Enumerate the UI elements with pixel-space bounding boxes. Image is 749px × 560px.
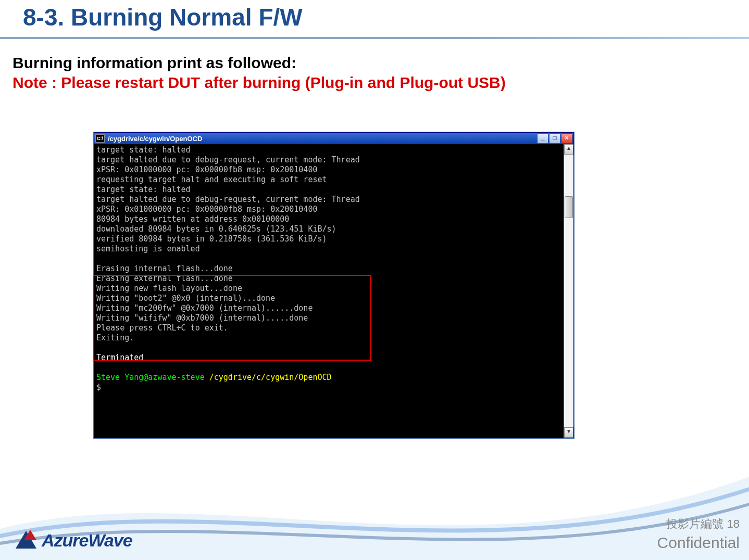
body-line: Burning information print as followed: bbox=[13, 53, 296, 73]
scroll-down-button[interactable]: ▼ bbox=[564, 427, 573, 438]
console-body-wrap: target state: halted target halted due t… bbox=[94, 144, 573, 438]
cmd-icon: C:\ bbox=[95, 134, 105, 143]
console-prompt-path: /cygdrive/c/cygwin/OpenOCD bbox=[209, 373, 332, 382]
console-scrollbar[interactable]: ▲ ▼ bbox=[564, 144, 573, 438]
slide-title: 8-3. Burning Normal F/W bbox=[23, 3, 303, 31]
console-prompt-dollar: $ bbox=[96, 383, 101, 392]
close-button[interactable]: × bbox=[561, 133, 572, 144]
title-underline bbox=[0, 37, 749, 39]
slide-number: 投影片編號 18 bbox=[666, 516, 740, 532]
logo-mark-icon bbox=[15, 530, 39, 551]
minimize-button[interactable]: _ bbox=[537, 133, 548, 144]
console-pre-lines: target state: halted target halted due t… bbox=[96, 145, 360, 253]
window-buttons: _ □ × bbox=[536, 133, 572, 144]
console-titlebar[interactable]: C:\ /cygdrive/c/cygwin/OpenOCD _ □ × bbox=[94, 133, 573, 144]
note-line: Note : Please restart DUT after burning … bbox=[13, 73, 506, 93]
console-terminated-line: Terminated bbox=[96, 353, 143, 362]
console-window: C:\ /cygdrive/c/cygwin/OpenOCD _ □ × tar… bbox=[94, 132, 574, 438]
brand-logo: AzureWave bbox=[15, 530, 132, 551]
maximize-button[interactable]: □ bbox=[549, 133, 560, 144]
scroll-up-button[interactable]: ▲ bbox=[564, 144, 573, 155]
console-prompt-user: Steve Yang@azwave-steve bbox=[96, 373, 209, 382]
console-output[interactable]: target state: halted target halted due t… bbox=[94, 144, 564, 438]
logo-text: AzureWave bbox=[42, 530, 132, 551]
console-highlighted-lines: Erasing internal flash...done Erasing ex… bbox=[96, 264, 313, 342]
scroll-track[interactable] bbox=[564, 155, 573, 427]
confidential-label: Confidential bbox=[657, 534, 740, 552]
console-title-text: /cygdrive/c/cygwin/OpenOCD bbox=[108, 135, 536, 143]
scroll-thumb[interactable] bbox=[565, 196, 573, 218]
